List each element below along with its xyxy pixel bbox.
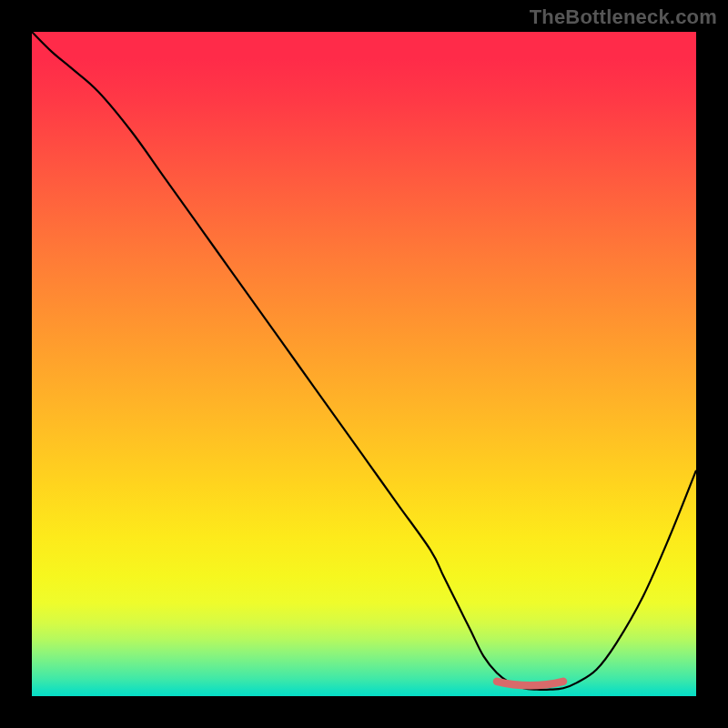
chart-plot-area xyxy=(32,32,696,696)
watermark-text: TheBottleneck.com xyxy=(530,5,717,29)
chart-svg xyxy=(32,32,696,696)
chart-curve-line xyxy=(32,32,696,690)
chart-optimal-marker xyxy=(497,682,563,686)
